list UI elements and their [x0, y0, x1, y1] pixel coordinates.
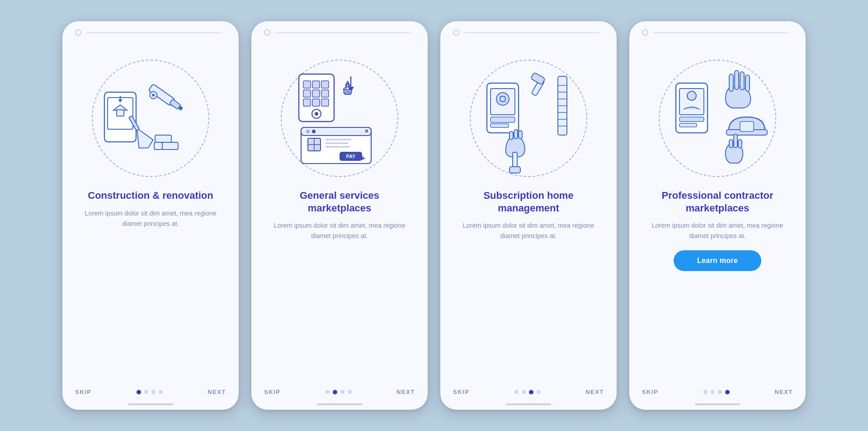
content-2: General services marketplaces Lorem ipsu… [251, 185, 428, 384]
svg-rect-18 [312, 81, 320, 88]
title-4: Professional contractor marketplaces [645, 189, 790, 214]
home-indicator-3 [506, 403, 551, 405]
icon-group-2: PAY [281, 56, 398, 173]
dot-3-1 [522, 390, 526, 394]
learn-more-button[interactable]: Learn more [674, 250, 761, 271]
dots-1 [137, 390, 163, 394]
svg-point-27 [315, 112, 318, 116]
dot-3-2 [529, 390, 533, 394]
svg-rect-17 [303, 81, 311, 88]
svg-rect-66 [519, 131, 522, 139]
svg-rect-81 [729, 140, 733, 148]
dot-1-3 [159, 390, 163, 394]
construction-icon [92, 56, 209, 173]
top-line-3 [464, 32, 599, 33]
top-circle-1 [75, 29, 81, 36]
top-bar-4 [629, 21, 806, 40]
subscription-icon [470, 56, 587, 173]
bottom-nav-3: SKIP NEXT [440, 384, 617, 403]
dots-2 [326, 390, 352, 394]
svg-point-37 [312, 130, 316, 133]
dot-1-1 [144, 390, 148, 394]
title-3: Subscription home management [456, 189, 601, 214]
illustration-2: PAY [251, 40, 428, 185]
next-3[interactable]: NEXT [585, 389, 604, 395]
svg-rect-20 [303, 90, 311, 97]
svg-rect-74 [729, 74, 733, 91]
bottom-nav-2: SKIP NEXT [251, 384, 428, 403]
svg-rect-55 [531, 72, 545, 85]
next-2[interactable]: NEXT [396, 389, 415, 395]
content-1: Construction & renovation Lorem ipsum do… [62, 185, 239, 384]
svg-rect-77 [745, 75, 750, 91]
skip-2[interactable]: SKIP [264, 389, 280, 395]
skip-3[interactable]: SKIP [453, 389, 469, 395]
home-indicator-4 [695, 403, 740, 405]
top-circle-2 [264, 29, 270, 36]
svg-rect-24 [312, 99, 320, 106]
screens-container: Construction & renovation Lorem ipsum do… [62, 21, 806, 410]
top-bar-1 [62, 21, 239, 40]
svg-rect-65 [514, 130, 518, 139]
svg-rect-25 [321, 99, 329, 106]
screen-1: Construction & renovation Lorem ipsum do… [62, 21, 239, 410]
svg-rect-75 [735, 70, 739, 89]
screen-2: PAY General services marketplaces Lorem … [251, 21, 428, 410]
top-circle-4 [642, 29, 648, 36]
content-4: Professional contractor marketplaces Lor… [629, 185, 806, 384]
svg-rect-21 [312, 90, 320, 97]
dot-2-2 [340, 390, 344, 394]
skip-1[interactable]: SKIP [75, 389, 91, 395]
next-1[interactable]: NEXT [208, 389, 226, 395]
bottom-nav-1: SKIP NEXT [62, 384, 239, 403]
top-line-4 [653, 32, 788, 33]
dot-4-2 [718, 390, 722, 394]
skip-4[interactable]: SKIP [642, 389, 658, 395]
dots-3 [514, 390, 541, 394]
illustration-3 [440, 40, 617, 185]
bottom-nav-4: SKIP NEXT [629, 384, 806, 403]
svg-rect-35 [301, 127, 371, 136]
svg-rect-23 [303, 99, 311, 106]
dot-4-0 [703, 390, 708, 394]
dots-4 [703, 390, 730, 394]
svg-rect-76 [740, 72, 744, 90]
svg-point-51 [496, 93, 509, 105]
contractor-icon [659, 56, 776, 173]
dot-4-3 [725, 390, 730, 394]
home-indicator-2 [317, 403, 362, 405]
svg-text:PAY: PAY [346, 154, 356, 159]
svg-rect-64 [509, 131, 513, 140]
title-2: General services marketplaces [267, 189, 412, 214]
icon-group-1 [92, 56, 209, 173]
svg-point-71 [687, 91, 696, 100]
svg-rect-73 [679, 123, 697, 127]
svg-rect-82 [738, 140, 742, 148]
svg-rect-52 [491, 117, 515, 122]
top-bar-3 [440, 21, 617, 40]
svg-rect-80 [734, 134, 737, 148]
illustration-4 [629, 40, 806, 185]
dot-1-2 [151, 390, 156, 394]
desc-2: Lorem ipsum dolor sit dim amet, mea regi… [267, 220, 412, 241]
svg-rect-3 [117, 110, 124, 116]
svg-point-36 [306, 130, 310, 133]
top-line-1 [86, 32, 222, 33]
icon-group-3 [470, 56, 587, 173]
top-line-2 [275, 32, 410, 33]
top-circle-3 [453, 29, 459, 36]
dot-3-3 [537, 390, 541, 394]
svg-rect-72 [679, 117, 704, 122]
svg-rect-15 [154, 142, 162, 150]
desc-1: Lorem ipsum dolor sit dim amet, mea regi… [78, 208, 223, 229]
illustration-1 [62, 40, 239, 185]
dot-4-1 [711, 390, 715, 394]
next-4[interactable]: NEXT [774, 389, 793, 395]
dot-2-1 [333, 390, 337, 394]
screen-4: Professional contractor marketplaces Lor… [629, 21, 806, 410]
svg-rect-22 [321, 90, 329, 97]
svg-rect-53 [491, 124, 509, 127]
dot-3-0 [514, 390, 519, 394]
title-1: Construction & renovation [88, 189, 213, 202]
marketplace-icon: PAY [281, 56, 398, 173]
